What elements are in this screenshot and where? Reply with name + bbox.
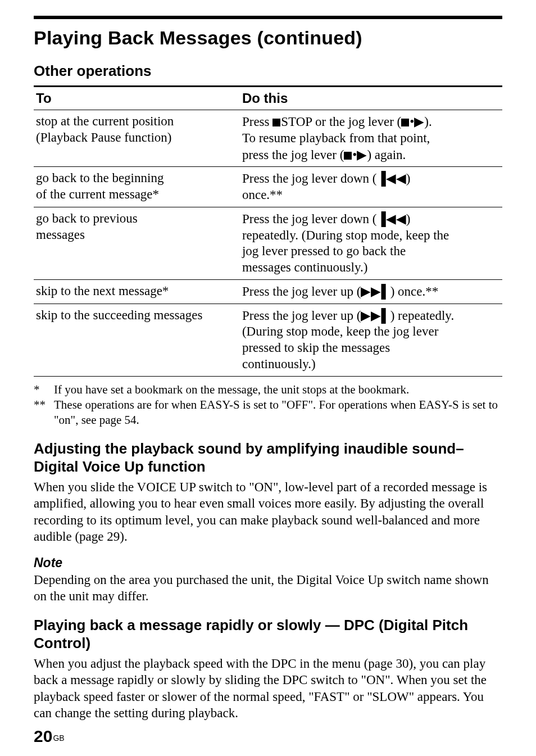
heading-voice-up: Adjusting the playback sound by amplifyi…	[34, 440, 502, 475]
next-track-icon: ▶▶▌	[361, 308, 390, 323]
cell-do: Press the jog lever up (▶▶▌) once.**	[240, 279, 502, 304]
cell-to: skip to the succeeding messages	[34, 304, 240, 376]
operations-table: To Do this stop at the current position …	[34, 85, 502, 377]
cell-to: go back to the beginning of the current …	[34, 167, 240, 207]
footnotes: * If you have set a bookmark on the mess…	[34, 382, 502, 428]
cell-text: press the jog lever (	[242, 148, 344, 162]
table-row: go back to previous messages Press the j…	[34, 207, 502, 279]
prev-track-icon: ▐◀◀	[377, 211, 406, 226]
page-number: 20GB	[34, 727, 65, 746]
cell-text: once.**	[242, 188, 283, 202]
play-icon: ▶	[414, 114, 424, 129]
footnote-mark: **	[34, 397, 54, 428]
table-row: stop at the current position (Playback P…	[34, 110, 502, 167]
table-header-row: To Do this	[34, 87, 502, 110]
operations-table-wrapper: To Do this stop at the current position …	[34, 85, 502, 377]
cell-text: Press	[242, 115, 272, 129]
footnote-row: ** These operations are for when EASY-S …	[34, 397, 502, 428]
cell-text: stop at the current position	[36, 114, 174, 128]
cell-text: (Playback Pause function)	[36, 130, 171, 144]
cell-do: Press STOP or the jog lever (•▶). To res…	[240, 110, 502, 167]
page-region: GB	[53, 734, 64, 743]
col-header-do-this: Do this	[240, 87, 502, 110]
stop-icon	[344, 152, 352, 160]
cell-text: of the current message*	[36, 187, 159, 201]
stop-icon	[272, 119, 280, 126]
cell-do: Press the jog lever up (▶▶▌) repeatedly.…	[240, 304, 502, 376]
footnote-mark: *	[34, 382, 54, 397]
cell-text: continuously.)	[242, 357, 316, 371]
cell-text: messages continuously.)	[242, 260, 367, 274]
table-row: skip to the succeeding messages Press th…	[34, 304, 502, 376]
cell-text: Press the jog lever up (	[242, 284, 361, 298]
cell-text: jog lever pressed to go back the	[242, 244, 406, 258]
cell-text: To resume playback from that point,	[242, 131, 430, 145]
cell-text: (During stop mode, keep the jog lever	[242, 324, 438, 338]
cell-text: pressed to skip the messages	[242, 341, 390, 355]
cell-text: )	[406, 212, 411, 226]
footnote-text: These operations are for when EASY-S is …	[54, 397, 502, 428]
cell-text: ) once.**	[390, 284, 439, 298]
cell-text: skip to the next message*	[36, 284, 169, 298]
cell-text: go back to the beginning	[36, 171, 163, 185]
table-row: skip to the next message* Press the jog …	[34, 279, 502, 304]
cell-to: stop at the current position (Playback P…	[34, 110, 240, 167]
prev-track-icon: ▐◀◀	[377, 171, 406, 185]
paragraph-voice-up: When you slide the VOICE UP switch to "O…	[34, 479, 502, 545]
cell-text: ).	[424, 115, 431, 129]
cell-do: Press the jog lever down (▐◀◀) repeatedl…	[240, 207, 502, 279]
section-other-operations-heading: Other operations	[34, 62, 502, 80]
cell-text: Press the jog lever down (	[242, 171, 377, 185]
cell-text: repeatedly. (During stop mode, keep the	[242, 228, 449, 242]
cell-text: messages	[36, 228, 85, 242]
cell-text: ) repeatedly.	[390, 309, 454, 323]
heading-dpc: Playing back a message rapidly or slowly…	[34, 617, 502, 651]
page-title: Playing Back Messages (continued)	[34, 27, 502, 49]
top-rule	[34, 16, 502, 19]
cell-do: Press the jog lever down (▐◀◀) once.**	[240, 167, 502, 207]
cell-text: go back to previous	[36, 211, 138, 225]
page: Playing Back Messages (continued) Other …	[0, 0, 536, 756]
play-icon: ▶	[357, 147, 367, 162]
cell-text: skip to the succeeding messages	[36, 308, 202, 322]
cell-text: STOP or the jog lever (	[281, 115, 401, 129]
cell-text: Press the jog lever down (	[242, 212, 377, 226]
footnote-text: If you have set a bookmark on the messag…	[54, 382, 502, 397]
table-row: go back to the beginning of the current …	[34, 167, 502, 207]
cell-to: skip to the next message*	[34, 279, 240, 304]
cell-text: )	[406, 171, 411, 185]
cell-to: go back to previous messages	[34, 207, 240, 279]
paragraph-dpc: When you adjust the playback speed with …	[34, 655, 502, 722]
cell-text: Press the jog lever up (	[242, 309, 361, 323]
col-header-to: To	[34, 87, 240, 110]
footnote-row: * If you have set a bookmark on the mess…	[34, 382, 502, 397]
paragraph-note: Depending on the area you purchased the …	[34, 572, 502, 605]
page-number-value: 20	[34, 727, 52, 745]
stop-icon	[401, 119, 409, 126]
cell-text: ) again.	[367, 148, 406, 162]
note-label: Note	[34, 555, 502, 571]
next-track-icon: ▶▶▌	[361, 284, 390, 298]
